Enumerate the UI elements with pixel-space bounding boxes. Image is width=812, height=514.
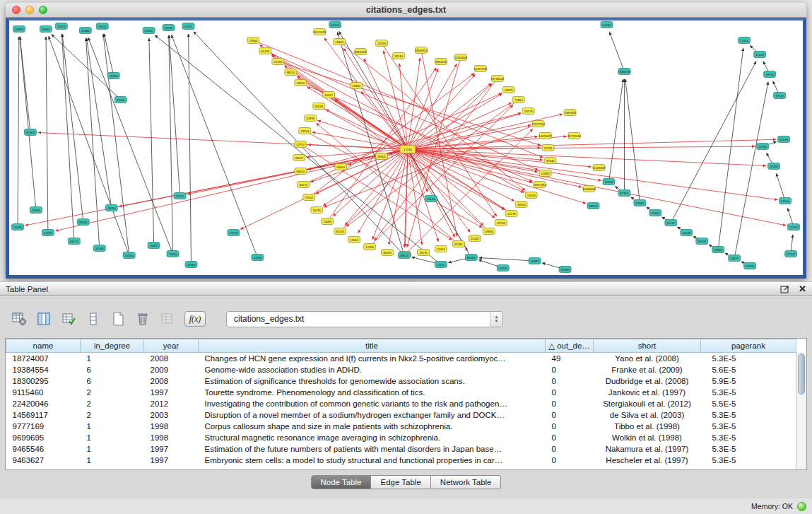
graph-node[interactable]: 16246 (93, 245, 105, 252)
table-cell[interactable]: Genome-wide association studies in ADHD. (199, 364, 546, 375)
graph-node[interactable]: 14143 (778, 136, 790, 143)
graph-node[interactable]: 21877516 (531, 121, 545, 127)
graph-node[interactable]: 25341 (143, 28, 155, 34)
graph-node[interactable]: 97361 (452, 241, 464, 247)
graph-node[interactable]: 96203 (382, 250, 394, 256)
table-cell[interactable]: 0 (546, 387, 594, 398)
table-row[interactable]: 946554611997Estimation of the future num… (6, 443, 796, 455)
table-settings-icon[interactable] (10, 310, 28, 328)
table-row[interactable]: 1456911722003Disruption of a novel membe… (6, 409, 796, 421)
graph-node[interactable]: 30217 (293, 155, 305, 161)
graph-node[interactable]: 11131 (435, 262, 447, 268)
graph-node[interactable]: 18125439 (313, 29, 326, 35)
import-table-icon[interactable] (158, 310, 177, 328)
graph-node[interactable]: 18031 (712, 247, 724, 253)
graph-node[interactable]: 14959 (185, 262, 197, 268)
table-cell[interactable]: Franke et al. (2009) (594, 364, 701, 375)
table-cell[interactable]: 18300295 (6, 375, 81, 387)
table-cell[interactable]: 9699695 (6, 432, 81, 443)
graph-node[interactable]: 86994 (465, 255, 477, 261)
graph-node[interactable]: 76244 (435, 246, 447, 252)
graph-node[interactable]: 19486794 (618, 69, 631, 75)
graph-node[interactable]: 15958 (757, 144, 769, 150)
table-cell[interactable]: 5.3E-5 (701, 421, 796, 432)
column-header[interactable]: pagerank (701, 339, 796, 353)
table-row[interactable]: 969969511998Structural magnetic resonanc… (6, 432, 796, 443)
scrollbar-thumb[interactable] (798, 354, 805, 395)
table-cell[interactable]: 9463627 (6, 455, 81, 466)
table-cell[interactable]: 0 (546, 398, 594, 409)
tab-edge-table[interactable]: Edge Table (371, 475, 430, 489)
graph-node[interactable]: 91546 (544, 158, 556, 164)
table-cell[interactable]: 2 (81, 398, 144, 409)
graph-node[interactable]: 12708 (495, 220, 507, 226)
table-cell[interactable]: 5.3E-5 (701, 409, 796, 421)
table-cell[interactable]: Jankovic et al. (1997) (594, 387, 701, 398)
graph-node[interactable]: 21076 (505, 211, 517, 217)
table-cell[interactable]: 1 (81, 432, 144, 443)
table-cell[interactable]: Stergiakouli et al. (2012) (594, 398, 701, 409)
column-header[interactable]: name (6, 339, 81, 353)
graph-node[interactable]: 16291 (311, 207, 323, 214)
graph-node[interactable]: 11707 (182, 23, 194, 30)
table-row[interactable]: 946362711997Embryonic stem cells: a mode… (6, 455, 796, 466)
graph-node[interactable]: 16975 (502, 87, 514, 93)
table-cell[interactable]: 2008 (144, 353, 199, 364)
graph-node[interactable]: 10674427 (539, 133, 552, 139)
graph-node[interactable]: 18090 (105, 205, 117, 211)
graph-node[interactable]: 18524 (515, 201, 527, 208)
graph-node[interactable]: 20165 (107, 73, 119, 79)
graph-node[interactable]: 15116 (114, 97, 126, 103)
graph-node[interactable]: 12216 (542, 145, 554, 151)
table-cell[interactable]: de Silva et al. (2003) (594, 409, 701, 421)
graph-node[interactable]: 92742 (774, 93, 786, 99)
graph-node[interactable]: 12217039 (474, 66, 488, 72)
graph-node[interactable]: 93613 (399, 252, 411, 259)
graph-node[interactable]: 74204 (299, 128, 311, 134)
graph-node[interactable]: 10969 (539, 170, 551, 177)
graph-node[interactable]: 30605 (335, 164, 347, 170)
graph-node[interactable]: 19013 (96, 23, 108, 30)
graph-node[interactable]: 14884 (79, 28, 91, 34)
table-cell[interactable]: 6 (81, 375, 144, 387)
table-cell[interactable]: 22420046 (6, 398, 81, 409)
graph-node[interactable]: 74850 (512, 97, 524, 103)
table-cell[interactable]: 5.3E-5 (701, 455, 796, 466)
graph-node[interactable]: 15145 (425, 196, 437, 202)
table-cell[interactable]: 6 (81, 364, 144, 375)
graph-node[interactable]: 17656 (364, 244, 376, 250)
graph-node[interactable]: 81520 (329, 22, 341, 28)
graph-node[interactable]: 12837 (649, 210, 661, 216)
graph-node[interactable]: 87913 (618, 190, 630, 197)
table-cell[interactable]: Changes of HCN gene expression and I(f) … (199, 353, 546, 364)
table-row[interactable]: 1830029562008Estimation of significance … (6, 375, 796, 387)
vertical-scrollbar[interactable] (796, 352, 806, 469)
graph-node[interactable]: 13188 (252, 255, 264, 261)
graph-node[interactable]: 12100 (779, 198, 792, 204)
table-cell[interactable]: 1998 (144, 421, 199, 432)
graph-node[interactable]: 12276 (42, 230, 54, 236)
table-cell[interactable]: 18724007 (6, 353, 81, 364)
table-cell[interactable]: 5.3E-5 (701, 432, 796, 443)
graph-node[interactable]: 92455 (696, 238, 708, 245)
table-row[interactable]: 911546021997Tourette syndrome. Phenomeno… (6, 387, 796, 398)
graph-node[interactable]: 16646 (334, 39, 346, 45)
graph-node[interactable]: 60125 (259, 48, 271, 54)
graph-node[interactable]: 10048 (681, 230, 693, 236)
column-header[interactable]: short (594, 339, 701, 353)
graph-node[interactable]: 19279 (744, 263, 756, 269)
table-cell[interactable]: Estimation of the future numbers of pati… (199, 443, 546, 455)
table-cell[interactable]: 1997 (144, 387, 199, 398)
table-cell[interactable]: 5.3E-5 (701, 443, 796, 455)
table-cell[interactable]: 49 (546, 353, 594, 364)
select-all-icon[interactable] (59, 310, 78, 328)
table-cell[interactable]: 5.6E-5 (701, 364, 796, 375)
table-cell[interactable]: 2 (81, 409, 144, 421)
table-cell[interactable]: Structural magnetic resonance image aver… (199, 432, 546, 443)
graph-node[interactable]: 12219 (754, 52, 766, 58)
graph-node[interactable]: 91365 (24, 129, 36, 136)
table-cell[interactable]: Disruption of a novel member of a sodium… (199, 409, 546, 421)
graph-node[interactable]: 15464 (351, 83, 363, 89)
table-cell[interactable]: 9115460 (6, 387, 81, 398)
table-selector-dropdown[interactable]: citations_edges.txt ▲▼ (226, 311, 503, 327)
